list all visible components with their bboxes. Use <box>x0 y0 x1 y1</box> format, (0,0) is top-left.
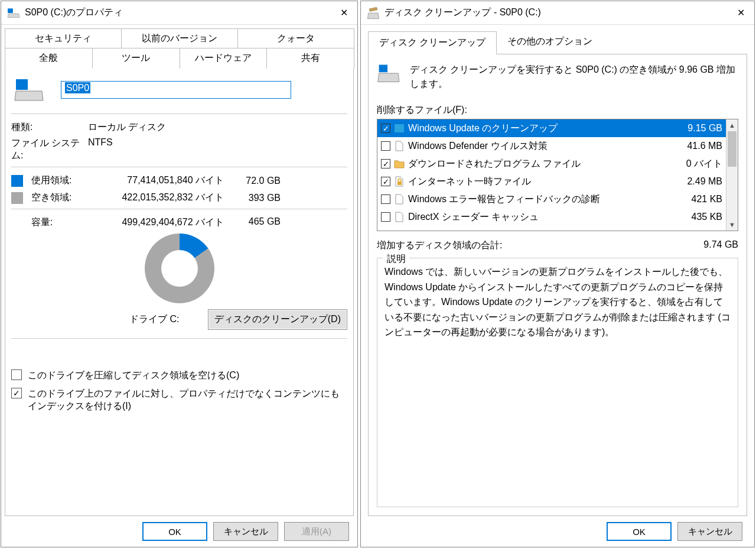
checkbox-icon[interactable]: ✓ <box>381 177 390 186</box>
index-checkbox-row[interactable]: ✓ このドライブ上のファイルに対し、プロパティだけでなくコンテンツにもインデック… <box>11 388 347 413</box>
scroll-thumb[interactable] <box>728 131 737 167</box>
checkbox-icon: ✓ <box>11 388 22 398</box>
files-list: ✓Windows Update のクリーンアップ9.15 GBWindows D… <box>377 119 738 231</box>
scrollbar[interactable]: ▲ ▼ <box>726 119 738 231</box>
checkbox-icon[interactable] <box>381 212 390 222</box>
free-swatch <box>11 192 23 204</box>
svg-rect-0 <box>8 8 13 13</box>
close-button[interactable]: ✕ <box>727 1 754 25</box>
general-panel: S0P0 種類:ローカル ディスク ファイル システム:NTFS 使用領域: 7… <box>5 68 354 516</box>
checkbox-icon[interactable] <box>381 194 390 204</box>
total-value: 9.74 GB <box>703 239 738 252</box>
window-title: ディスク クリーンアップ - S0P0 (C:) <box>384 7 541 19</box>
cleanup-panel: ディスク クリーンアップを実行すると S0P0 (C:) の空き領域が 9.96… <box>368 54 747 516</box>
titlebar-left[interactable]: S0P0 (C:)のプロパティ ✕ <box>1 1 357 25</box>
checkbox-icon <box>11 369 22 380</box>
scroll-up-icon[interactable]: ▲ <box>726 119 738 131</box>
file-size: 2.49 MB <box>669 176 722 187</box>
compress-checkbox-row[interactable]: このドライブを圧縮してディスク領域を空ける(C) <box>11 369 347 382</box>
used-swatch <box>11 175 23 187</box>
tab-previous-versions[interactable]: 以前のバージョン <box>121 28 238 48</box>
tab-cleanup[interactable]: ディスク クリーンアップ <box>368 31 497 54</box>
file-type-icon <box>394 194 405 205</box>
checkbox-icon[interactable]: ✓ <box>381 124 390 133</box>
file-size: 41.6 MB <box>669 141 722 151</box>
file-name: ダウンロードされたプログラム ファイル <box>408 158 669 170</box>
file-type-icon <box>394 212 405 222</box>
divider <box>11 338 347 339</box>
file-size: 421 KB <box>669 194 722 205</box>
ok-button[interactable]: OK <box>607 522 672 541</box>
file-row[interactable]: Windows Defender ウイルス対策41.6 MB <box>377 137 726 155</box>
svg-rect-1 <box>16 79 28 90</box>
dialog-buttons: OK キャンセル 適用(A) <box>5 516 354 547</box>
drive-icon <box>377 63 400 84</box>
scroll-down-icon[interactable]: ▼ <box>726 219 738 231</box>
svg-rect-3 <box>395 124 404 132</box>
divider <box>11 209 347 209</box>
type-value: ローカル ディスク <box>88 121 166 134</box>
type-label: 種類: <box>11 121 88 134</box>
file-row[interactable]: ✓Windows Update のクリーンアップ9.15 GB <box>377 119 726 137</box>
tab-sharing[interactable]: 共有 <box>266 48 354 69</box>
window-title: S0P0 (C:)のプロパティ <box>25 7 123 19</box>
checkbox-icon[interactable] <box>381 141 390 151</box>
index-label: このドライブ上のファイルに対し、プロパティだけでなくコンテンツにもインデックスを… <box>28 388 347 413</box>
file-type-icon <box>394 176 405 187</box>
close-button[interactable]: ✕ <box>330 1 357 25</box>
file-name: インターネット一時ファイル <box>408 176 669 188</box>
tab-more-options[interactable]: その他のオプション <box>497 31 603 54</box>
file-row[interactable]: Windows エラー報告とフィードバックの診断421 KB <box>377 190 726 208</box>
usage-donut-chart <box>145 234 214 303</box>
properties-window: S0P0 (C:)のプロパティ ✕ セキュリティ 以前のバージョン クォータ 全… <box>1 1 358 547</box>
files-list-body[interactable]: ✓Windows Update のクリーンアップ9.15 GBWindows D… <box>377 119 726 231</box>
svg-rect-4 <box>397 181 402 185</box>
cancel-button[interactable]: キャンセル <box>677 522 742 541</box>
cleanup-body: ディスク クリーンアップ その他のオプション ディスク クリーンアップを実行する… <box>361 25 754 547</box>
tab-general[interactable]: 全般 <box>5 48 93 69</box>
file-row[interactable]: ✓ダウンロードされたプログラム ファイル0 バイト <box>377 155 726 173</box>
capacity-bytes: 499,429,404,672 バイト <box>88 216 224 229</box>
description-text: Windows では、新しいバージョンの更新プログラムをインストールした後でも、… <box>384 264 731 340</box>
file-name: Windows Update のクリーンアップ <box>408 122 669 135</box>
drive-icon <box>14 78 44 102</box>
dialog-buttons: OK キャンセル <box>368 516 747 547</box>
svg-rect-2 <box>379 65 387 73</box>
free-label: 空き領域: <box>31 192 88 204</box>
cancel-button[interactable]: キャンセル <box>213 522 278 541</box>
tab-tools[interactable]: ツール <box>92 48 180 69</box>
used-gb: 72.0 GB <box>224 176 281 186</box>
file-name: Windows Defender ウイルス対策 <box>408 140 669 153</box>
apply-button[interactable]: 適用(A) <box>284 522 349 541</box>
file-size: 435 KB <box>669 212 722 222</box>
free-gb: 393 GB <box>224 193 281 203</box>
description-legend: 説明 <box>383 251 409 267</box>
titlebar-right[interactable]: ディスク クリーンアップ - S0P0 (C:) ✕ <box>361 1 754 25</box>
fs-value: NTFS <box>88 137 113 162</box>
used-label: 使用領域: <box>31 174 88 187</box>
drive-name-input[interactable]: S0P0 <box>61 81 291 99</box>
files-to-delete-label: 削除するファイル(F): <box>377 104 738 116</box>
total-label: 増加するディスク領域の合計: <box>377 239 502 252</box>
compress-label: このドライブを圧縮してディスク領域を空ける(C) <box>28 369 239 382</box>
cleanup-tabs: ディスク クリーンアップ その他のオプション <box>368 31 747 54</box>
file-size: 9.15 GB <box>669 123 722 134</box>
tab-hardware[interactable]: ハードウェア <box>180 48 268 69</box>
file-type-icon <box>394 123 405 134</box>
drive-letter-label: ドライブ C: <box>129 313 179 326</box>
divider <box>11 167 347 167</box>
ok-button[interactable]: OK <box>142 522 207 541</box>
tab-security[interactable]: セキュリティ <box>5 28 122 48</box>
checkbox-icon[interactable]: ✓ <box>381 159 390 168</box>
cleanup-icon <box>367 7 380 20</box>
drive-name-value: S0P0 <box>65 82 90 93</box>
file-row[interactable]: DirectX シェーダー キャッシュ435 KB <box>377 208 726 226</box>
free-bytes: 422,015,352,832 バイト <box>88 192 224 204</box>
divider <box>11 114 347 114</box>
used-bytes: 77,414,051,840 バイト <box>88 174 224 187</box>
file-size: 0 バイト <box>669 158 722 170</box>
disk-cleanup-button[interactable]: ディスクのクリーンアップ(D) <box>208 309 347 330</box>
file-row[interactable]: ✓インターネット一時ファイル2.49 MB <box>377 173 726 190</box>
tab-quota[interactable]: クォータ <box>237 28 354 48</box>
properties-tabs: セキュリティ 以前のバージョン クォータ 全般 ツール ハードウェア 共有 <box>5 28 354 69</box>
